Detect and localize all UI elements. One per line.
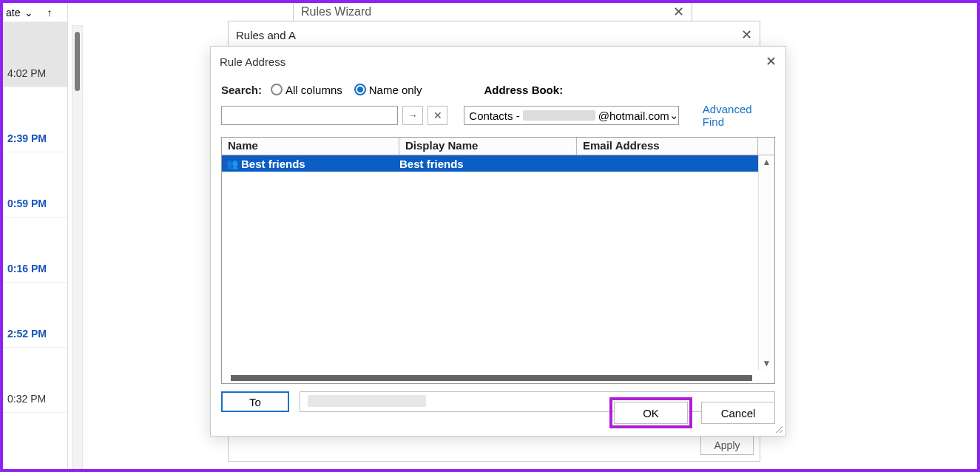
dialog-title: Rule Address xyxy=(220,55,285,68)
cell-display: Best friends xyxy=(399,158,577,170)
search-input[interactable] xyxy=(221,106,398,125)
mail-time: 0:16 PM xyxy=(7,263,47,274)
mail-time: 0:32 PM xyxy=(7,393,46,405)
close-icon[interactable]: ✕ xyxy=(741,28,752,41)
mail-item[interactable]: 4:02 PM xyxy=(3,22,67,87)
clear-button[interactable]: ✕ xyxy=(428,106,448,125)
mail-time: 0:59 PM xyxy=(7,198,47,209)
mail-item[interactable]: 0:59 PM xyxy=(3,152,67,218)
resize-grip[interactable] xyxy=(774,424,783,433)
advanced-find-link[interactable]: Advanced Find xyxy=(703,103,775,128)
scroll-down-icon[interactable]: ▼ xyxy=(763,358,771,368)
redacted-text xyxy=(523,110,595,121)
radio-label: Name only xyxy=(369,84,422,96)
mail-time: 4:02 PM xyxy=(7,67,46,79)
grid-vscroll[interactable]: ▲ ▼ xyxy=(758,155,774,370)
apply-button[interactable]: Apply xyxy=(700,436,754,455)
close-icon[interactable]: ✕ xyxy=(673,5,684,18)
address-book-suffix: @hotmail.com xyxy=(598,109,669,122)
col-name[interactable]: Name xyxy=(222,138,399,155)
arrow-up-icon[interactable]: ↑ xyxy=(47,7,52,18)
mail-list: ate ⌄ ↑ 4:02 PM2:39 PM0:59 PM0:16 PM2:52… xyxy=(3,3,68,469)
mail-item[interactable]: 2:52 PM xyxy=(3,283,67,348)
sort-label: ate xyxy=(6,7,20,18)
address-book-select[interactable]: Contacts - @hotmail.com ⌄ xyxy=(464,106,679,125)
mail-item[interactable]: 0:32 PM xyxy=(3,348,67,413)
scroll-thumb[interactable] xyxy=(75,32,80,91)
mail-time: 2:52 PM xyxy=(7,328,47,340)
mail-time: 2:39 PM xyxy=(7,132,47,144)
cell-name: Best friends xyxy=(241,158,305,170)
col-display[interactable]: Display Name xyxy=(399,138,577,155)
radio-icon xyxy=(271,84,283,95)
mail-item[interactable]: 2:39 PM xyxy=(3,87,67,152)
radio-icon xyxy=(354,84,366,95)
rules-alerts-title: Rules and A xyxy=(236,29,296,41)
arrow-right-icon: → xyxy=(408,109,418,121)
mail-item[interactable]: 0:16 PM xyxy=(3,218,67,283)
close-icon[interactable]: ✕ xyxy=(766,55,777,68)
grid-header: Name Display Name Email Address xyxy=(222,138,774,155)
cancel-button[interactable]: Cancel xyxy=(701,402,775,424)
radio-all-columns[interactable]: All columns xyxy=(271,84,342,96)
group-icon: 👥 xyxy=(226,159,238,169)
mail-scrollbar[interactable] xyxy=(72,25,83,469)
scroll-up-icon[interactable]: ▲ xyxy=(763,157,771,167)
to-button[interactable]: To xyxy=(221,391,289,412)
search-label: Search: xyxy=(221,84,262,96)
contacts-grid: Name Display Name Email Address 👥Best fr… xyxy=(221,137,775,384)
rules-wizard-title: Rules Wizard xyxy=(301,5,371,18)
go-button[interactable]: → xyxy=(402,106,423,125)
col-email[interactable]: Email Address xyxy=(577,138,758,155)
address-book-label: Address Book: xyxy=(484,84,563,96)
redacted-text xyxy=(308,395,426,407)
mail-sort-header[interactable]: ate ⌄ ↑ xyxy=(3,3,67,22)
radio-name-only[interactable]: Name only xyxy=(354,84,422,96)
table-row[interactable]: 👥Best friendsBest friends xyxy=(222,155,758,172)
address-book-prefix: Contacts - xyxy=(469,109,519,122)
ok-button[interactable]: OK xyxy=(614,402,688,424)
radio-label: All columns xyxy=(285,84,342,96)
col-scroll-gap xyxy=(758,138,774,155)
rule-address-dialog: Rule Address ✕ Search: All columns Name … xyxy=(210,46,786,436)
grid-hscroll[interactable] xyxy=(231,375,752,381)
ok-highlight: OK xyxy=(609,397,692,428)
chevron-down-icon: ⌄ xyxy=(669,109,679,122)
chevron-down-icon[interactable]: ⌄ xyxy=(24,7,33,18)
close-icon: ✕ xyxy=(433,109,442,121)
